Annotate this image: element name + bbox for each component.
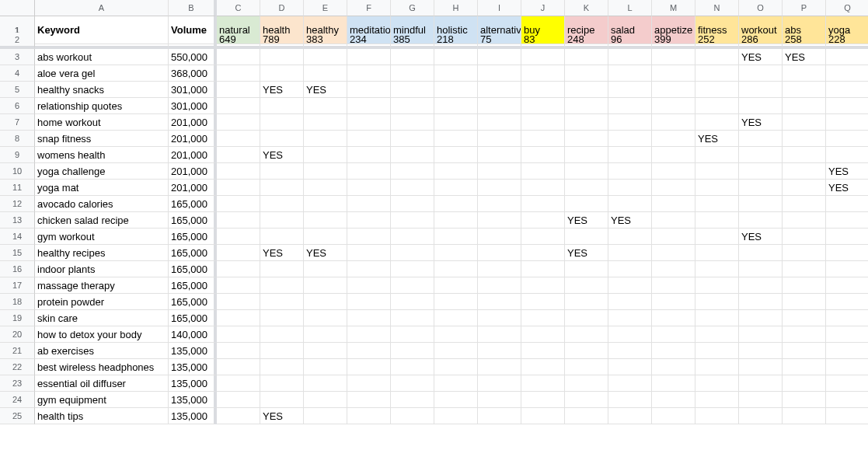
- data-cell[interactable]: [695, 261, 739, 277]
- keyword-cell[interactable]: protein powder: [35, 294, 169, 310]
- data-cell[interactable]: [521, 408, 565, 424]
- data-cell[interactable]: [783, 392, 826, 408]
- data-cell[interactable]: [565, 65, 608, 82]
- row-header[interactable]: 11: [0, 180, 35, 196]
- data-cell[interactable]: [347, 277, 391, 294]
- col-header[interactable]: J: [521, 0, 565, 16]
- data-cell[interactable]: [695, 196, 739, 212]
- data-cell[interactable]: [695, 114, 739, 131]
- data-cell[interactable]: [608, 49, 652, 65]
- data-cell[interactable]: [347, 359, 391, 375]
- col-header[interactable]: N: [695, 0, 739, 16]
- data-cell[interactable]: [217, 343, 260, 359]
- data-cell[interactable]: [217, 310, 260, 326]
- data-cell[interactable]: [652, 212, 695, 229]
- data-cell[interactable]: [434, 114, 478, 131]
- data-cell[interactable]: [260, 98, 304, 114]
- data-cell[interactable]: [478, 229, 521, 245]
- data-cell[interactable]: [217, 359, 260, 375]
- data-cell[interactable]: [695, 147, 739, 163]
- data-cell[interactable]: YES: [783, 49, 826, 65]
- data-cell[interactable]: [739, 310, 783, 326]
- keyword-cell[interactable]: abs workout: [35, 49, 169, 65]
- data-cell[interactable]: [608, 114, 652, 131]
- keyword-cell[interactable]: healthy snacks: [35, 82, 169, 98]
- data-cell[interactable]: [565, 180, 608, 196]
- data-cell[interactable]: [695, 343, 739, 359]
- data-cell[interactable]: [478, 131, 521, 147]
- data-cell[interactable]: [217, 277, 260, 294]
- data-cell[interactable]: [347, 98, 391, 114]
- data-cell[interactable]: [826, 261, 868, 277]
- data-cell[interactable]: [260, 114, 304, 131]
- data-cell[interactable]: [521, 82, 565, 98]
- data-cell[interactable]: [608, 65, 652, 82]
- data-cell[interactable]: [826, 408, 868, 424]
- volume-cell[interactable]: 165,000: [169, 212, 217, 229]
- col-header[interactable]: O: [739, 0, 783, 16]
- data-cell[interactable]: [260, 277, 304, 294]
- data-cell[interactable]: [521, 392, 565, 408]
- keyword-cell[interactable]: best wireless headphones: [35, 359, 169, 375]
- spreadsheet-grid[interactable]: ABCDEFGHIJKLMNOPQ1KeywordVolumenaturalhe…: [0, 0, 868, 424]
- data-cell[interactable]: [478, 98, 521, 114]
- data-cell[interactable]: [826, 277, 868, 294]
- data-cell[interactable]: [347, 326, 391, 343]
- keyword-cell[interactable]: home workout: [35, 114, 169, 131]
- data-cell[interactable]: YES: [260, 408, 304, 424]
- keyword-cell[interactable]: indoor plants: [35, 261, 169, 277]
- data-cell[interactable]: [521, 359, 565, 375]
- data-cell[interactable]: YES: [260, 82, 304, 98]
- data-cell[interactable]: [783, 212, 826, 229]
- data-cell[interactable]: [434, 261, 478, 277]
- data-cell[interactable]: [783, 229, 826, 245]
- data-cell[interactable]: [217, 163, 260, 180]
- data-cell[interactable]: [391, 65, 434, 82]
- data-cell[interactable]: [434, 392, 478, 408]
- data-cell[interactable]: [217, 245, 260, 261]
- data-cell[interactable]: [347, 408, 391, 424]
- data-cell[interactable]: [478, 326, 521, 343]
- data-cell[interactable]: [304, 98, 347, 114]
- data-cell[interactable]: [521, 294, 565, 310]
- data-cell[interactable]: [695, 408, 739, 424]
- data-cell[interactable]: [608, 359, 652, 375]
- data-cell[interactable]: YES: [695, 131, 739, 147]
- data-cell[interactable]: [391, 82, 434, 98]
- count-cell[interactable]: 385: [391, 33, 434, 49]
- data-cell[interactable]: [391, 147, 434, 163]
- data-cell[interactable]: [826, 310, 868, 326]
- data-cell[interactable]: [391, 294, 434, 310]
- data-cell[interactable]: [304, 294, 347, 310]
- data-cell[interactable]: [478, 180, 521, 196]
- data-cell[interactable]: [391, 392, 434, 408]
- keyword-cell[interactable]: massage therapy: [35, 277, 169, 294]
- keyword-cell[interactable]: health tips: [35, 408, 169, 424]
- data-cell[interactable]: [347, 375, 391, 392]
- col-header[interactable]: P: [783, 0, 826, 16]
- volume-cell[interactable]: 201,000: [169, 131, 217, 147]
- keyword-cell[interactable]: yoga challenge: [35, 163, 169, 180]
- data-cell[interactable]: [695, 359, 739, 375]
- data-cell[interactable]: [783, 294, 826, 310]
- data-cell[interactable]: [695, 294, 739, 310]
- data-cell[interactable]: [304, 359, 347, 375]
- data-cell[interactable]: [304, 147, 347, 163]
- data-cell[interactable]: [565, 196, 608, 212]
- data-cell[interactable]: [739, 212, 783, 229]
- data-cell[interactable]: [608, 196, 652, 212]
- data-cell[interactable]: [347, 310, 391, 326]
- count-cell[interactable]: 75: [478, 33, 521, 49]
- data-cell[interactable]: [304, 375, 347, 392]
- col-header[interactable]: M: [652, 0, 695, 16]
- data-cell[interactable]: [565, 82, 608, 98]
- data-cell[interactable]: [695, 245, 739, 261]
- data-cell[interactable]: [826, 65, 868, 82]
- data-cell[interactable]: [521, 131, 565, 147]
- data-cell[interactable]: [695, 392, 739, 408]
- data-cell[interactable]: [565, 392, 608, 408]
- data-cell[interactable]: [304, 310, 347, 326]
- data-cell[interactable]: [652, 131, 695, 147]
- data-cell[interactable]: [608, 326, 652, 343]
- keyword-cell[interactable]: womens health: [35, 147, 169, 163]
